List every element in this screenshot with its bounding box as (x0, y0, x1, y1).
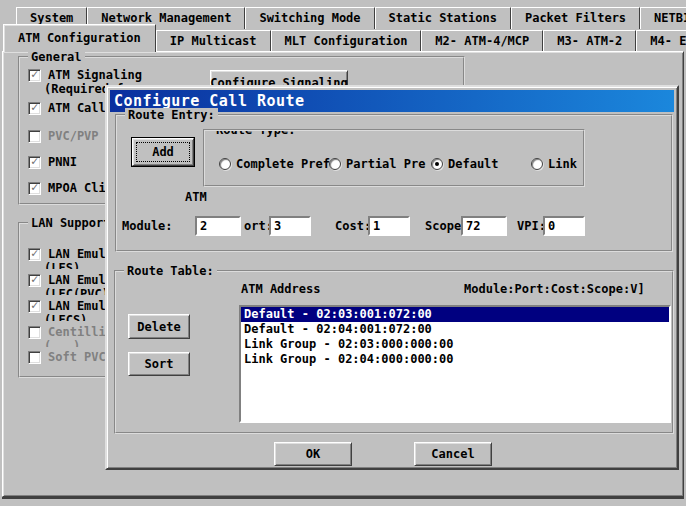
checkbox-soft-pvc[interactable]: Soft PVC (28, 350, 106, 364)
check-mark-icon: ✓ (31, 69, 38, 79)
checkbox-sublabel: (LECS) (44, 314, 87, 321)
radio-circle-icon (329, 158, 341, 170)
radio-label: Partial Pre (346, 157, 425, 171)
module-port-column-header: Module:Port:Cost:Scope:V] (464, 282, 645, 296)
checkbox-box: ✓ (28, 102, 41, 115)
radio-complete-pref[interactable]: Complete Pref (219, 157, 330, 171)
radio-circle-icon (431, 158, 443, 170)
radio-default[interactable]: Default (431, 157, 499, 171)
checkbox-label: Soft PVC (48, 350, 106, 364)
radio-circle-icon (531, 158, 543, 170)
route-table-groupbox: Route Table: ATM Address Module:Port:Cos… (114, 270, 674, 434)
delete-button[interactable]: Delete (128, 314, 190, 339)
lan-support-group-title: LAN Support (28, 216, 113, 230)
checkbox-box: ✓ (28, 156, 41, 169)
route-table-row[interactable]: Default - 02:03:001:072:00 (241, 307, 669, 322)
checkbox-box: ✓ (28, 69, 41, 82)
checkbox-sublabel: (LES) (44, 262, 80, 269)
route-table-row[interactable]: Link Group - 02:04:000:000:00 (241, 352, 669, 367)
checkbox-atm-signaling[interactable]: ✓ATM Signaling (28, 68, 142, 82)
radio-partial-pre[interactable]: Partial Pre (329, 157, 425, 171)
tab-m3-atm-2[interactable]: M3- ATM-2 (543, 30, 636, 52)
checkbox-box: ✓ (28, 248, 41, 261)
route-table-group-title: Route Table: (124, 264, 217, 278)
field-label-module: Module: (122, 216, 173, 236)
checkbox-sublabel: (...) (44, 340, 80, 347)
checkbox-label: PNNI (48, 155, 77, 169)
radio-label: Default (448, 157, 499, 171)
checkbox-pvc-pvp[interactable]: PVC/PVP (28, 129, 99, 143)
atm-address-column-header: ATM Address (241, 282, 320, 296)
checkbox-box (28, 326, 41, 339)
atm-configuration-window: SystemNetwork ManagementSwitching ModeSt… (0, 0, 686, 506)
checkbox-label: PVC/PVP (48, 129, 99, 143)
configure-call-route-dialog: Configure Call Route Route Entry: Add Ro… (105, 85, 679, 470)
cost-input[interactable] (368, 216, 410, 236)
cancel-button[interactable]: Cancel (414, 442, 492, 466)
route-entry-group-title: Route Entry: (125, 108, 218, 122)
atm-section-label: ATM (185, 190, 207, 204)
check-mark-icon: ✓ (31, 102, 38, 112)
check-mark-icon: ✓ (31, 274, 38, 284)
tab-atm-configuration[interactable]: ATM Configuration (3, 24, 156, 52)
checkbox-box (28, 130, 41, 143)
checkbox-box: ✓ (28, 300, 41, 313)
route-table-row[interactable]: Link Group - 02:03:000:000:00 (241, 337, 669, 352)
route-table-row[interactable]: Default - 02:04:001:072:00 (241, 322, 669, 337)
ok-button[interactable]: OK (274, 442, 352, 466)
tab-strip-bottom: ATM ConfigurationIP MulticastMLT Configu… (3, 28, 686, 52)
vpi-input[interactable] (543, 216, 585, 236)
radio-circle-icon (219, 158, 231, 170)
checkbox-sublabel: (LEC(PVC) (44, 288, 109, 295)
check-mark-icon: ✓ (31, 300, 38, 310)
checkbox-box: ✓ (28, 274, 41, 287)
field-label-cost: Cost: (335, 216, 371, 236)
route-type-groupbox: Route Type: Complete PrefPartial PreDefa… (203, 129, 585, 187)
tab-m4-enet-24tx[interactable]: M4- ENET-24TX (636, 30, 686, 52)
checkbox-label: ATM Signaling (48, 68, 142, 82)
check-mark-icon: ✓ (31, 156, 38, 166)
tab-ip-multicast[interactable]: IP Multicast (156, 30, 271, 52)
ort-input[interactable] (269, 216, 311, 236)
radio-label: Link Group (548, 157, 585, 171)
route-table-listbox[interactable]: Default - 02:03:001:072:00Default - 02:0… (239, 305, 671, 423)
tab-static-stations[interactable]: Static Stations (375, 7, 511, 29)
radio-label: Complete Pref (236, 157, 330, 171)
sort-button[interactable]: Sort (128, 352, 190, 376)
tab-packet-filters[interactable]: Packet Filters (511, 7, 640, 29)
checkbox-box (28, 351, 41, 364)
route-entry-fields: Module:ort:Cost:Scope:VPI: (107, 216, 681, 238)
check-mark-icon: ✓ (31, 248, 38, 258)
check-mark-icon: ✓ (31, 182, 38, 192)
general-group-title: General (28, 50, 85, 64)
route-type-group-title: Route Type: (213, 129, 298, 137)
tab-netbios-filters[interactable]: NETBIOS Filters (640, 7, 686, 29)
tab-switching-mode[interactable]: Switching Mode (245, 7, 374, 29)
radio-link-group[interactable]: Link Group (531, 157, 585, 171)
tab-m2-atm-4-mcp[interactable]: M2- ATM-4/MCP (421, 30, 543, 52)
tab-mlt-configuration[interactable]: MLT Configuration (271, 30, 422, 52)
checkbox-pnni[interactable]: ✓PNNI (28, 155, 77, 169)
add-button[interactable]: Add (131, 137, 195, 167)
checkbox-box: ✓ (28, 182, 41, 195)
radio-dot (435, 162, 439, 166)
module-input[interactable] (195, 216, 241, 236)
field-label-vpi: VPI: (517, 216, 546, 236)
scope-input[interactable] (461, 216, 507, 236)
